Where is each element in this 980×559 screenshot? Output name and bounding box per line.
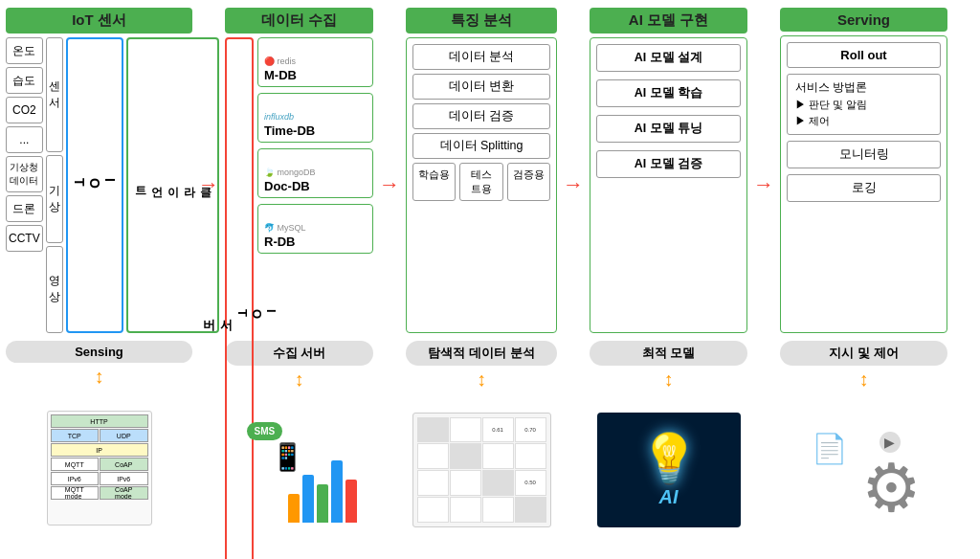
sc-13	[417, 497, 449, 523]
sms-bubble: SMS	[247, 422, 283, 440]
arrow-right-icon-3: →	[563, 172, 584, 197]
gear-icon: ⚙	[861, 449, 922, 527]
timedb-label: Time-DB	[264, 123, 315, 138]
data-header: 데이터 수집	[225, 8, 373, 34]
col-serving: Serving Roll out 서비스 방법론 ▶ 판단 및 알림 ▶ 제어 …	[780, 8, 947, 333]
sc-10	[450, 470, 481, 496]
sc-9	[417, 470, 449, 496]
bottom-col-control: 지시 및 제어 ↕ 📄 ⚙ ▶	[780, 341, 947, 547]
feat-split: 데이터 Splitting	[412, 133, 550, 159]
proto-mqtt-mode: MQTTmode	[51, 486, 100, 500]
feature-box: 데이터 분석 데이터 변환 데이터 검증 데이터 Splitting 학습용 테…	[406, 37, 557, 333]
sc-16	[515, 497, 546, 523]
serving-monitoring: 모니터링	[787, 141, 941, 168]
proto-udp: UDP	[100, 429, 148, 442]
bottom-col-model: 최적 모델 ↕ 💡 AI	[590, 341, 747, 547]
serving-box: Roll out 서비스 방법론 ▶ 판단 및 알림 ▶ 제어 모니터링 로깅	[780, 35, 947, 333]
serving-rollout: Roll out	[787, 42, 941, 68]
service-judge: ▶ 판단 및 알림	[795, 98, 932, 112]
sub-validate: 검증용	[507, 163, 550, 201]
eda-diagram: 0.61 0.70 0.50	[406, 392, 557, 547]
proto-row-http: HTTP	[51, 414, 148, 428]
mysql-logo: 🐬 MySQL	[264, 223, 306, 233]
arrow-right-icon-2: →	[379, 172, 400, 197]
bar-4	[331, 460, 343, 523]
proto-http: HTTP	[51, 414, 148, 428]
feat-analysis: 데이터 분석	[412, 44, 550, 70]
arrow-3: →	[563, 36, 584, 333]
proto-row-ipv: IPv6 IPv6	[51, 472, 148, 485]
iot-header: IoT 센서	[6, 8, 192, 34]
ai-box: AI 모델 설계 AI 모델 학습 AI 모델 튜닝 AI 모델 검증	[590, 37, 747, 333]
ai-text: AI	[659, 486, 679, 508]
sc-5	[417, 443, 449, 469]
sc-11	[482, 470, 514, 496]
bottom-spacer-2	[379, 341, 400, 547]
bar-3	[317, 484, 328, 523]
iot-sensors: 온도 습도 CO2 ... 기상청데이터 드론 CCTV	[6, 37, 43, 333]
proto-ipv6b: IPv6	[100, 472, 148, 485]
service-control: ▶ 제어	[795, 114, 932, 128]
sensor-cctv: CCTV	[6, 225, 43, 252]
col-data: 데이터 수집 IOT서버 🔴 redis M-DB influxdb Time-…	[225, 8, 373, 333]
proto-row-ip: IP	[51, 443, 148, 457]
ai-brain-diagram: 💡 AI	[597, 413, 741, 527]
phone-icon: 📱	[271, 441, 304, 473]
proto-coap-mode: CoAPmode	[100, 486, 148, 500]
bottom-section: Sensing ↕ HTTP TCP UDP IP MQTT	[6, 341, 974, 547]
main-container: IoT 센서 온도 습도 CO2 ... 기상청데이터 드론 CCTV 센서 기…	[0, 0, 980, 559]
sc-7	[482, 443, 514, 469]
serving-service-block: 서비스 방법론 ▶ 판단 및 알림 ▶ 제어	[787, 74, 941, 135]
arrow-1: →	[198, 36, 219, 333]
db-timedb: influxdb Time-DB	[257, 93, 373, 143]
sensor-습도: 습도	[6, 67, 43, 94]
rdb-label: R-DB	[264, 235, 296, 249]
sc-14	[450, 497, 481, 523]
play-icon: ▶	[880, 432, 901, 453]
sc-12: 0.50	[515, 470, 546, 496]
bottom-label-sensing: Sensing	[6, 341, 192, 363]
bottom-label-control: 지시 및 제어	[780, 341, 947, 366]
influx-logo: influxdb	[264, 112, 294, 122]
docdb-label: Doc-DB	[264, 179, 310, 193]
db-mdb: 🔴 redis M-DB	[257, 37, 373, 87]
bottom-spacer-4	[753, 341, 774, 547]
bottom-arrow-3: ↕	[477, 369, 486, 389]
proto-row-modes: MQTTmode CoAPmode	[51, 486, 148, 500]
iot-mid: 센서 기상 영상	[46, 37, 63, 333]
ai-diagram-container: 💡 AI	[590, 392, 747, 547]
ai-train: AI 모델 학습	[596, 79, 741, 107]
sensor-weather: 기상청데이터	[6, 156, 43, 192]
serving-logging: 로깅	[787, 174, 941, 202]
bottom-col-sensing: Sensing ↕ HTTP TCP UDP IP MQTT	[6, 341, 192, 547]
proto-row-tcp: TCP UDP	[51, 429, 148, 442]
col-feature: 특징 분석 데이터 분석 데이터 변환 데이터 검증 데이터 Splitting…	[406, 8, 557, 333]
sc-15	[482, 497, 514, 523]
protocol-diagram: HTTP TCP UDP IP MQTT CoAP IPv6	[47, 411, 152, 525]
ai-header: AI 모델 구현	[590, 8, 747, 34]
bottom-arrow-4: ↕	[664, 369, 674, 389]
bar-2	[302, 475, 314, 523]
feat-verify: 데이터 검증	[412, 103, 550, 129]
doc-icon: 📄	[812, 432, 847, 465]
proto-coap: CoAP	[100, 458, 148, 471]
col-ai: AI 모델 구현 AI 모델 설계 AI 모델 학습 AI 모델 튜닝 AI 모…	[590, 8, 747, 333]
control-diagram: 📄 ⚙ ▶	[780, 392, 947, 547]
iot-grid: 온도 습도 CO2 ... 기상청데이터 드론 CCTV 센서 기상 영상 IO…	[6, 37, 192, 333]
sc-1	[417, 417, 449, 443]
iot-label: IOT	[66, 37, 123, 333]
collect-diagram: SMS 📱	[225, 392, 373, 547]
proto-row-mqtt: MQTT CoAP	[51, 458, 148, 471]
mid-weather: 기상	[46, 155, 63, 243]
sms-diagram: SMS 📱	[237, 413, 362, 527]
bottom-arrow-5: ↕	[859, 369, 869, 389]
sub-train: 학습용	[412, 163, 456, 201]
proto-tcp: TCP	[51, 429, 100, 442]
bottom-col-eda: 탐색적 데이터 분석 ↕ 0.61 0.70 0.50	[406, 341, 557, 547]
feat-transform: 데이터 변환	[412, 74, 550, 100]
arrow-2: →	[379, 36, 400, 333]
sc-3: 0.61	[482, 417, 514, 443]
ai-brain-inner: 💡 AI	[639, 431, 699, 508]
proto-ipv6a: IPv6	[51, 472, 100, 485]
db-docdb: 🍃 mongoDB Doc-DB	[257, 148, 373, 198]
